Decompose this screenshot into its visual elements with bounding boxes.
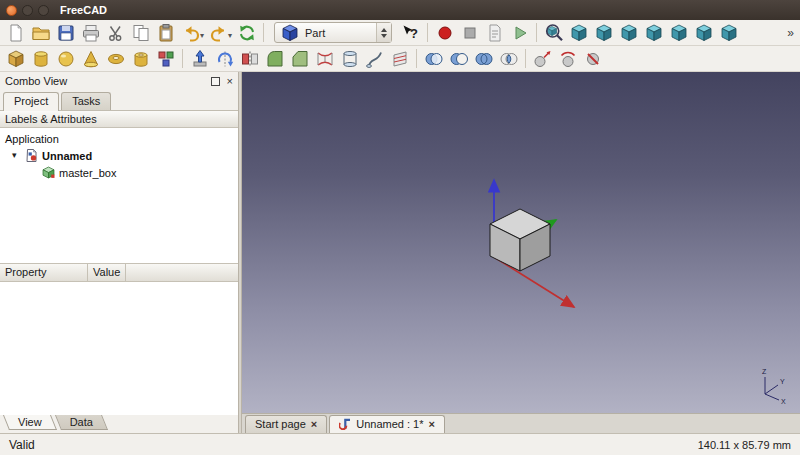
document-tab-unnamed-1[interactable]: Unnamed : 1*×	[329, 415, 445, 433]
part-cylinder-button[interactable]	[28, 47, 53, 71]
part-sweep-button[interactable]	[362, 47, 387, 71]
model-tree[interactable]: Application ▾ Unnamed master_box	[0, 128, 238, 264]
copy-icon	[131, 23, 151, 43]
part-loft-button[interactable]	[337, 47, 362, 71]
paste-icon	[156, 23, 176, 43]
part-cut-button[interactable]	[446, 47, 471, 71]
view-left-button[interactable]	[716, 21, 741, 45]
new-document-icon	[6, 23, 26, 43]
part-mirror-button[interactable]	[237, 47, 262, 71]
property-table-header: Property Value	[0, 264, 238, 282]
open-document-icon	[31, 23, 51, 43]
tab-close-icon[interactable]: ×	[428, 419, 434, 429]
open-document-button[interactable]	[28, 21, 53, 45]
close-window-button[interactable]	[6, 5, 17, 16]
whats-this-button[interactable]: ?	[398, 21, 423, 45]
part-boolean-group	[421, 47, 521, 71]
spin-up-icon[interactable]	[381, 28, 387, 32]
print-button[interactable]	[78, 21, 103, 45]
macro-stop-icon	[460, 23, 480, 43]
tab-data[interactable]: Data	[56, 415, 107, 430]
part-workbench-icon	[280, 23, 300, 43]
part-box-button[interactable]	[3, 47, 28, 71]
measure-linear-button[interactable]	[530, 47, 555, 71]
part-torus-button[interactable]	[103, 47, 128, 71]
macro-record-button[interactable]	[432, 21, 457, 45]
tab-tasks[interactable]: Tasks	[61, 92, 111, 110]
fit-all-button[interactable]	[541, 21, 566, 45]
3d-viewport[interactable]: Z Y X	[242, 72, 800, 413]
copy-button[interactable]	[128, 21, 153, 45]
part-extrude-icon	[190, 49, 210, 69]
macro-edit-button[interactable]	[482, 21, 507, 45]
main-area: Combo View × Project Tasks Labels & Attr…	[0, 72, 800, 433]
workbench-selector[interactable]: Part	[274, 22, 392, 43]
new-document-button[interactable]	[3, 21, 28, 45]
part-fillet-button[interactable]	[262, 47, 287, 71]
model-cube[interactable]	[490, 209, 550, 271]
view-front-button[interactable]	[591, 21, 616, 45]
part-boolean-icon	[424, 49, 444, 69]
part-intersection-icon	[499, 49, 519, 69]
part-cross-sections-button[interactable]	[387, 47, 412, 71]
part-chamfer-button[interactable]	[287, 47, 312, 71]
tab-project[interactable]: Project	[3, 92, 59, 111]
view-top-button[interactable]	[616, 21, 641, 45]
property-table-body[interactable]	[0, 282, 238, 415]
part-sphere-button[interactable]	[53, 47, 78, 71]
property-column-header[interactable]: Property	[0, 264, 88, 281]
view-axonometric-button[interactable]	[566, 21, 591, 45]
combo-spinner[interactable]	[376, 23, 391, 42]
maximize-window-button[interactable]	[38, 5, 49, 16]
part-intersection-button[interactable]	[496, 47, 521, 71]
measure-clear-all-button[interactable]	[580, 47, 605, 71]
toolbar-separator	[182, 49, 183, 68]
undo-dropdown-caret[interactable]: ▾	[200, 31, 204, 40]
view-rear-button[interactable]	[666, 21, 691, 45]
combo-view-panel: Combo View × Project Tasks Labels & Attr…	[0, 72, 238, 433]
part-ruled-surface-button[interactable]	[312, 47, 337, 71]
redo-icon	[209, 23, 229, 43]
part-tube-button[interactable]	[128, 47, 153, 71]
status-message: Valid	[9, 438, 35, 452]
float-panel-icon[interactable]	[211, 77, 220, 86]
expander-icon[interactable]: ▾	[12, 151, 21, 160]
spin-down-icon[interactable]	[381, 34, 387, 38]
toolbar-overflow-button[interactable]: »	[784, 26, 797, 40]
freecad-document-icon	[25, 149, 38, 162]
part-shape-builder-button[interactable]	[153, 47, 178, 71]
minimize-window-button[interactable]	[22, 5, 33, 16]
view-axonometric-icon	[569, 23, 589, 43]
part-revolve-button[interactable]	[212, 47, 237, 71]
property-view-tabs: View Data	[0, 415, 238, 433]
refresh-button[interactable]	[234, 21, 259, 45]
view-right-button[interactable]	[641, 21, 666, 45]
document-tab-start-page[interactable]: Start page×	[245, 415, 327, 433]
value-column-header[interactable]: Value	[88, 264, 126, 281]
paste-button[interactable]	[153, 21, 178, 45]
close-panel-icon[interactable]: ×	[227, 77, 233, 86]
macro-stop-button[interactable]	[457, 21, 482, 45]
save-document-button[interactable]	[53, 21, 78, 45]
fit-all-icon	[544, 23, 564, 43]
cut-button[interactable]	[103, 21, 128, 45]
redo-dropdown-caret[interactable]: ▾	[228, 31, 232, 40]
part-extrude-button[interactable]	[187, 47, 212, 71]
part-boolean-button[interactable]	[421, 47, 446, 71]
measure-angular-button[interactable]	[555, 47, 580, 71]
combo-view-header: Combo View ×	[0, 72, 238, 90]
view-bottom-button[interactable]	[691, 21, 716, 45]
part-cone-button[interactable]	[78, 47, 103, 71]
z-axis-label: Z	[762, 368, 767, 375]
tab-close-icon[interactable]: ×	[311, 419, 317, 429]
macro-execute-button[interactable]	[507, 21, 532, 45]
tree-item-master-box[interactable]: master_box	[0, 164, 238, 181]
tree-item-unnamed[interactable]: ▾ Unnamed	[0, 147, 238, 164]
navigation-axis-indicator: Z Y X	[762, 368, 786, 405]
tab-view[interactable]: View	[4, 415, 56, 430]
part-union-button[interactable]	[471, 47, 496, 71]
tree-root-application[interactable]: Application	[0, 130, 238, 147]
freecad-logo-icon	[339, 418, 351, 430]
part-mirror-icon	[240, 49, 260, 69]
y-axis-label: Y	[780, 378, 785, 385]
